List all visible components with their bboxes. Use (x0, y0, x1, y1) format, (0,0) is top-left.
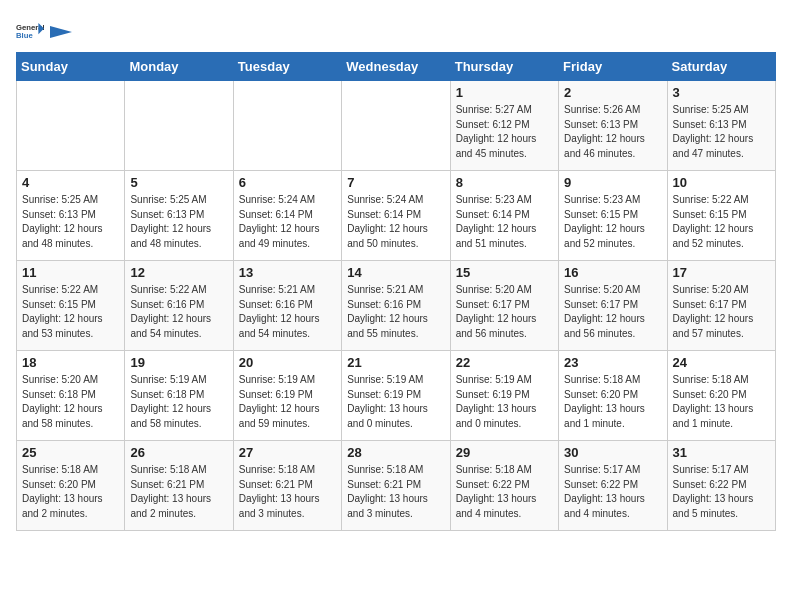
day-info: Sunrise: 5:21 AM Sunset: 6:16 PM Dayligh… (239, 283, 336, 341)
calendar-cell: 13Sunrise: 5:21 AM Sunset: 6:16 PM Dayli… (233, 261, 341, 351)
svg-text:Blue: Blue (16, 31, 33, 40)
day-info: Sunrise: 5:18 AM Sunset: 6:21 PM Dayligh… (239, 463, 336, 521)
day-info: Sunrise: 5:19 AM Sunset: 6:19 PM Dayligh… (347, 373, 444, 431)
day-info: Sunrise: 5:18 AM Sunset: 6:20 PM Dayligh… (564, 373, 661, 431)
header-day-thursday: Thursday (450, 53, 558, 81)
day-number: 1 (456, 85, 553, 100)
day-number: 20 (239, 355, 336, 370)
day-info: Sunrise: 5:20 AM Sunset: 6:18 PM Dayligh… (22, 373, 119, 431)
day-number: 22 (456, 355, 553, 370)
calendar-cell: 22Sunrise: 5:19 AM Sunset: 6:19 PM Dayli… (450, 351, 558, 441)
calendar-week-row: 25Sunrise: 5:18 AM Sunset: 6:20 PM Dayli… (17, 441, 776, 531)
day-info: Sunrise: 5:18 AM Sunset: 6:22 PM Dayligh… (456, 463, 553, 521)
logo-icon: General Blue (16, 16, 44, 44)
day-number: 19 (130, 355, 227, 370)
day-info: Sunrise: 5:23 AM Sunset: 6:14 PM Dayligh… (456, 193, 553, 251)
calendar-cell (17, 81, 125, 171)
calendar-cell: 9Sunrise: 5:23 AM Sunset: 6:15 PM Daylig… (559, 171, 667, 261)
day-number: 7 (347, 175, 444, 190)
calendar-cell: 16Sunrise: 5:20 AM Sunset: 6:17 PM Dayli… (559, 261, 667, 351)
calendar-week-row: 11Sunrise: 5:22 AM Sunset: 6:15 PM Dayli… (17, 261, 776, 351)
day-number: 28 (347, 445, 444, 460)
calendar-cell: 12Sunrise: 5:22 AM Sunset: 6:16 PM Dayli… (125, 261, 233, 351)
calendar-cell: 27Sunrise: 5:18 AM Sunset: 6:21 PM Dayli… (233, 441, 341, 531)
day-number: 3 (673, 85, 770, 100)
calendar-cell: 18Sunrise: 5:20 AM Sunset: 6:18 PM Dayli… (17, 351, 125, 441)
logo: General Blue (16, 16, 72, 44)
day-info: Sunrise: 5:25 AM Sunset: 6:13 PM Dayligh… (22, 193, 119, 251)
calendar-cell (342, 81, 450, 171)
day-number: 24 (673, 355, 770, 370)
day-number: 17 (673, 265, 770, 280)
calendar-week-row: 1Sunrise: 5:27 AM Sunset: 6:12 PM Daylig… (17, 81, 776, 171)
day-number: 12 (130, 265, 227, 280)
day-info: Sunrise: 5:17 AM Sunset: 6:22 PM Dayligh… (564, 463, 661, 521)
day-number: 9 (564, 175, 661, 190)
day-info: Sunrise: 5:27 AM Sunset: 6:12 PM Dayligh… (456, 103, 553, 161)
day-info: Sunrise: 5:23 AM Sunset: 6:15 PM Dayligh… (564, 193, 661, 251)
day-number: 15 (456, 265, 553, 280)
calendar-cell: 3Sunrise: 5:25 AM Sunset: 6:13 PM Daylig… (667, 81, 775, 171)
day-number: 8 (456, 175, 553, 190)
day-number: 5 (130, 175, 227, 190)
day-number: 21 (347, 355, 444, 370)
calendar-cell: 17Sunrise: 5:20 AM Sunset: 6:17 PM Dayli… (667, 261, 775, 351)
day-info: Sunrise: 5:22 AM Sunset: 6:15 PM Dayligh… (673, 193, 770, 251)
header-day-sunday: Sunday (17, 53, 125, 81)
day-number: 16 (564, 265, 661, 280)
calendar-cell: 30Sunrise: 5:17 AM Sunset: 6:22 PM Dayli… (559, 441, 667, 531)
day-number: 26 (130, 445, 227, 460)
day-info: Sunrise: 5:24 AM Sunset: 6:14 PM Dayligh… (347, 193, 444, 251)
calendar-cell: 5Sunrise: 5:25 AM Sunset: 6:13 PM Daylig… (125, 171, 233, 261)
day-number: 29 (456, 445, 553, 460)
day-info: Sunrise: 5:24 AM Sunset: 6:14 PM Dayligh… (239, 193, 336, 251)
calendar-cell: 7Sunrise: 5:24 AM Sunset: 6:14 PM Daylig… (342, 171, 450, 261)
day-info: Sunrise: 5:21 AM Sunset: 6:16 PM Dayligh… (347, 283, 444, 341)
calendar-cell: 25Sunrise: 5:18 AM Sunset: 6:20 PM Dayli… (17, 441, 125, 531)
day-number: 31 (673, 445, 770, 460)
day-info: Sunrise: 5:20 AM Sunset: 6:17 PM Dayligh… (564, 283, 661, 341)
day-number: 2 (564, 85, 661, 100)
day-number: 25 (22, 445, 119, 460)
header-day-friday: Friday (559, 53, 667, 81)
calendar-cell: 20Sunrise: 5:19 AM Sunset: 6:19 PM Dayli… (233, 351, 341, 441)
header: General Blue (16, 16, 776, 44)
calendar-header-row: SundayMondayTuesdayWednesdayThursdayFrid… (17, 53, 776, 81)
calendar-cell: 28Sunrise: 5:18 AM Sunset: 6:21 PM Dayli… (342, 441, 450, 531)
day-info: Sunrise: 5:22 AM Sunset: 6:15 PM Dayligh… (22, 283, 119, 341)
calendar-table: SundayMondayTuesdayWednesdayThursdayFrid… (16, 52, 776, 531)
calendar-cell: 2Sunrise: 5:26 AM Sunset: 6:13 PM Daylig… (559, 81, 667, 171)
calendar-cell: 14Sunrise: 5:21 AM Sunset: 6:16 PM Dayli… (342, 261, 450, 351)
day-info: Sunrise: 5:20 AM Sunset: 6:17 PM Dayligh… (456, 283, 553, 341)
calendar-cell: 29Sunrise: 5:18 AM Sunset: 6:22 PM Dayli… (450, 441, 558, 531)
calendar-week-row: 4Sunrise: 5:25 AM Sunset: 6:13 PM Daylig… (17, 171, 776, 261)
day-number: 6 (239, 175, 336, 190)
day-info: Sunrise: 5:18 AM Sunset: 6:20 PM Dayligh… (22, 463, 119, 521)
day-info: Sunrise: 5:22 AM Sunset: 6:16 PM Dayligh… (130, 283, 227, 341)
day-info: Sunrise: 5:18 AM Sunset: 6:21 PM Dayligh… (130, 463, 227, 521)
calendar-cell (125, 81, 233, 171)
day-number: 27 (239, 445, 336, 460)
calendar-cell: 31Sunrise: 5:17 AM Sunset: 6:22 PM Dayli… (667, 441, 775, 531)
day-info: Sunrise: 5:18 AM Sunset: 6:21 PM Dayligh… (347, 463, 444, 521)
day-number: 11 (22, 265, 119, 280)
day-info: Sunrise: 5:26 AM Sunset: 6:13 PM Dayligh… (564, 103, 661, 161)
day-number: 4 (22, 175, 119, 190)
calendar-cell: 21Sunrise: 5:19 AM Sunset: 6:19 PM Dayli… (342, 351, 450, 441)
calendar-cell (233, 81, 341, 171)
header-day-monday: Monday (125, 53, 233, 81)
svg-marker-3 (50, 26, 72, 38)
day-info: Sunrise: 5:25 AM Sunset: 6:13 PM Dayligh… (130, 193, 227, 251)
day-number: 30 (564, 445, 661, 460)
calendar-cell: 24Sunrise: 5:18 AM Sunset: 6:20 PM Dayli… (667, 351, 775, 441)
calendar-cell: 26Sunrise: 5:18 AM Sunset: 6:21 PM Dayli… (125, 441, 233, 531)
header-day-tuesday: Tuesday (233, 53, 341, 81)
calendar-cell: 10Sunrise: 5:22 AM Sunset: 6:15 PM Dayli… (667, 171, 775, 261)
day-number: 18 (22, 355, 119, 370)
day-info: Sunrise: 5:18 AM Sunset: 6:20 PM Dayligh… (673, 373, 770, 431)
calendar-cell: 23Sunrise: 5:18 AM Sunset: 6:20 PM Dayli… (559, 351, 667, 441)
logo-arrow-icon (50, 22, 72, 42)
day-number: 14 (347, 265, 444, 280)
calendar-cell: 19Sunrise: 5:19 AM Sunset: 6:18 PM Dayli… (125, 351, 233, 441)
calendar-cell: 11Sunrise: 5:22 AM Sunset: 6:15 PM Dayli… (17, 261, 125, 351)
